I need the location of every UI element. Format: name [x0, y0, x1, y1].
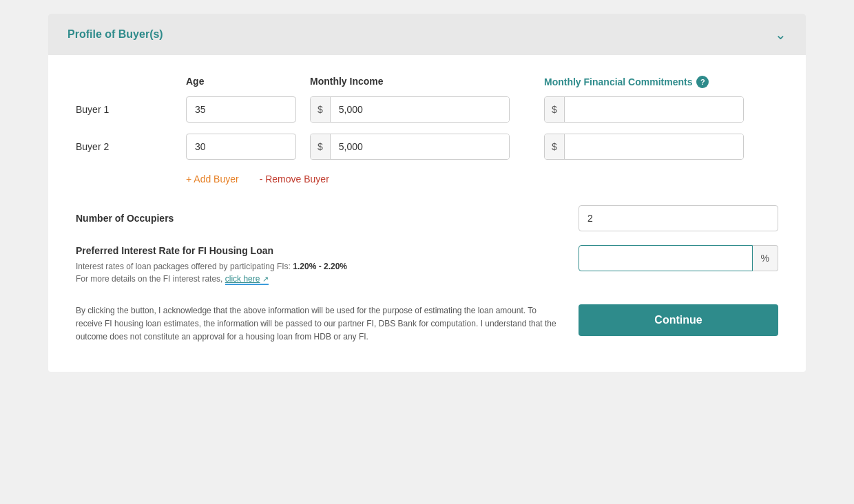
occupiers-input-wrapper	[579, 205, 778, 231]
occupiers-label: Number of Occupiers	[76, 213, 579, 224]
buyer-1-commitments-input[interactable]	[565, 97, 743, 122]
click-here-link[interactable]: click here	[225, 274, 260, 284]
content-area: Age Monthly Income Monthly Financial Com…	[48, 55, 806, 372]
buyer-2-commitments-input[interactable]	[565, 134, 743, 159]
buyer-2-row: Buyer 2 $ $	[76, 134, 778, 160]
dollar-prefix-icon-4: $	[545, 134, 565, 159]
external-link-icon: ↗	[262, 275, 269, 283]
occupiers-row: Number of Occupiers	[76, 205, 778, 231]
buyer-1-income-field: $	[310, 96, 510, 123]
buyer-1-label: Buyer 1	[76, 104, 186, 115]
buyer-2-commitments-field: $	[544, 134, 744, 160]
chevron-down-icon: ⌄	[775, 26, 787, 43]
commitments-column-header: Monthly Financial Commitments ?	[544, 76, 778, 88]
column-headers: Age Monthly Income Monthly Financial Com…	[76, 76, 778, 88]
add-buyer-link[interactable]: + Add Buyer	[186, 174, 239, 185]
dollar-prefix-icon: $	[311, 97, 331, 122]
disclaimer-text: By clicking the button, I acknowledge th…	[76, 304, 558, 344]
continue-button-wrapper: Continue	[579, 304, 778, 336]
interest-rate-left: Preferred Interest Rate for FI Housing L…	[76, 245, 579, 288]
occupiers-input[interactable]	[579, 205, 778, 231]
remove-buyer-link[interactable]: - Remove Buyer	[260, 174, 329, 185]
age-column-header: Age	[186, 76, 310, 88]
profile-header[interactable]: Profile of Buyer(s) ⌄	[48, 14, 806, 55]
income-column-header: Monthly Income	[310, 76, 544, 88]
buyer-1-row: Buyer 1 $ $	[76, 96, 778, 123]
disclaimer-section: By clicking the button, I acknowledge th…	[76, 304, 778, 344]
interest-rate-title: Preferred Interest Rate for FI Housing L…	[76, 245, 579, 256]
continue-button[interactable]: Continue	[579, 304, 778, 336]
buyer-2-income-input[interactable]	[331, 134, 509, 159]
buyer-2-age-input[interactable]	[186, 134, 296, 160]
buyer-1-age-input[interactable]	[186, 96, 296, 123]
dollar-prefix-icon-2: $	[545, 97, 565, 122]
buyer-actions: + Add Buyer - Remove Buyer	[76, 174, 778, 185]
buyer-2-income-field: $	[310, 134, 510, 160]
profile-header-title: Profile of Buyer(s)	[67, 28, 163, 41]
interest-rate-range: 1.20% - 2.20%	[293, 262, 347, 271]
interest-rate-info-1: Interest rates of loan packages offered …	[76, 262, 579, 271]
buyer-2-label: Buyer 2	[76, 141, 186, 152]
interest-rate-input[interactable]	[579, 245, 753, 271]
dollar-prefix-icon-3: $	[311, 134, 331, 159]
buyer-1-income-input[interactable]	[331, 97, 509, 122]
buyer-1-commitments-field: $	[544, 96, 744, 123]
page-container: Profile of Buyer(s) ⌄ Age Monthly Income…	[48, 14, 806, 372]
interest-rate-row: Preferred Interest Rate for FI Housing L…	[76, 245, 778, 288]
interest-rate-info-2: For more details on the FI interest rate…	[76, 274, 579, 285]
interest-rate-input-group: %	[579, 245, 778, 271]
percent-suffix: %	[753, 245, 778, 271]
help-icon[interactable]: ?	[696, 76, 709, 88]
